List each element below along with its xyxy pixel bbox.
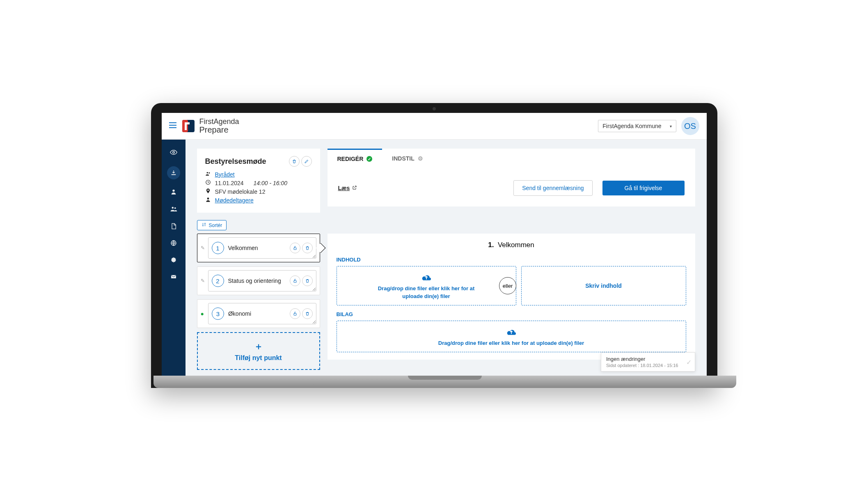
- sort-icon: [202, 222, 206, 228]
- meeting-card: Bestyrelsesmøde Byrådet 11.01.2024 14:00…: [197, 149, 320, 213]
- svg-point-4: [172, 207, 174, 209]
- svg-point-10: [208, 172, 210, 174]
- toast-subtitle: Sidst opdateret : 18.01.2024 - 15:16: [606, 363, 678, 368]
- toast-title: Ingen ændringer: [606, 356, 678, 362]
- add-item-button[interactable]: ＋ Tilføj nyt punkt: [197, 332, 320, 370]
- org-selected-label: FirstAgenda Kommune: [602, 123, 661, 129]
- write-content-button[interactable]: Skriv indhold: [521, 266, 686, 305]
- attachments-dropzone[interactable]: Drag/drop dine filer eller klik her for …: [337, 321, 686, 352]
- gear-icon: ⚙: [418, 156, 424, 161]
- user-icon: [205, 197, 211, 204]
- tabs-card: REDIGÉR✓ INDSTIL⚙ Læs Send til gennemlæs…: [328, 149, 695, 206]
- camera-dot: [433, 107, 436, 110]
- svg-rect-14: [294, 281, 296, 283]
- agenda-number: 2: [212, 275, 224, 287]
- hamburger-icon[interactable]: [169, 122, 176, 131]
- drag-handle-icon[interactable]: ✎: [201, 278, 205, 284]
- agenda-title: Økonomi: [228, 310, 251, 317]
- section-content-label: INDHOLD: [337, 257, 686, 263]
- edit-meeting-button[interactable]: [301, 156, 312, 167]
- check-circle-icon: ✓: [366, 156, 372, 162]
- delete-meeting-button[interactable]: [289, 156, 300, 167]
- send-review-button[interactable]: Send til gennemlæsning: [513, 180, 592, 196]
- unlock-button[interactable]: [290, 243, 300, 253]
- svg-point-2: [172, 151, 174, 154]
- user-avatar[interactable]: OS: [681, 117, 699, 135]
- agenda-item-2[interactable]: ✎ 2 Status og orientering: [197, 266, 320, 295]
- section-attachments-label: BILAG: [337, 311, 686, 317]
- sort-button[interactable]: Sortér: [197, 220, 227, 230]
- delete-item-button[interactable]: [302, 243, 313, 253]
- nav-download-icon[interactable]: [167, 166, 180, 179]
- svg-point-9: [206, 172, 208, 174]
- committee-link[interactable]: Byrådet: [215, 171, 235, 178]
- read-link[interactable]: Læs: [338, 185, 357, 191]
- unlock-button[interactable]: [290, 308, 300, 319]
- cloud-upload-icon: [344, 327, 678, 338]
- agenda-item-1[interactable]: ✎ 1 Velkommen: [197, 234, 320, 262]
- meeting-date: 11.01.2024: [215, 180, 244, 186]
- logo-mark-icon: [181, 119, 195, 133]
- tab-settings[interactable]: INDSTIL⚙: [382, 149, 433, 168]
- agenda-title: Status og orientering: [228, 278, 281, 285]
- content-dropzone[interactable]: Drag/drop dine filer eller klik her for …: [337, 266, 516, 305]
- svg-rect-8: [171, 275, 176, 278]
- agenda-list: ✎ 1 Velkommen: [197, 234, 320, 370]
- svg-point-5: [174, 207, 176, 209]
- drag-handle-icon[interactable]: ✎: [201, 245, 205, 251]
- nav-eye-icon[interactable]: [170, 149, 177, 157]
- svg-rect-15: [294, 314, 296, 316]
- nav-user-icon[interactable]: [170, 188, 177, 196]
- logo: FirstAgenda Prepare: [181, 118, 239, 134]
- plus-icon: ＋: [205, 340, 312, 353]
- nav-settings-icon[interactable]: [170, 257, 177, 264]
- agenda-item-3[interactable]: ● 3 Økonomi: [197, 299, 320, 328]
- clock-icon: [205, 179, 211, 186]
- cloud-upload-icon: [344, 272, 508, 284]
- meeting-title: Bestyrelsesmøde: [205, 157, 266, 166]
- go-release-button[interactable]: Gå til frigivelse: [602, 181, 685, 195]
- laptop-base: [153, 376, 736, 388]
- external-link-icon: [352, 185, 357, 191]
- agenda-title: Velkommen: [228, 245, 258, 252]
- users-icon: [205, 171, 211, 178]
- product-name-2: Prepare: [199, 126, 239, 134]
- nav-file-pdf-icon[interactable]: [170, 223, 177, 231]
- detail-number: 1.: [488, 241, 494, 249]
- nav-mail-icon[interactable]: [170, 273, 177, 281]
- svg-point-3: [172, 190, 174, 192]
- detail-panel: 1. Velkommen INDHOLD Drag/drop dine file…: [328, 234, 695, 360]
- delete-item-button[interactable]: [302, 308, 313, 319]
- org-selector[interactable]: FirstAgenda Kommune ▾: [598, 120, 676, 132]
- agenda-number: 3: [212, 307, 224, 320]
- participants-link[interactable]: Mødedeltagere: [215, 197, 254, 204]
- check-icon: ●: [201, 310, 204, 317]
- main-content: Bestyrelsesmøde Byrådet 11.01.2024 14:00…: [186, 140, 707, 376]
- side-nav: [162, 140, 186, 376]
- meeting-location: SFV mødelokale 12: [215, 188, 266, 195]
- unlock-button[interactable]: [290, 275, 300, 286]
- svg-point-12: [207, 197, 209, 200]
- avatar-initials: OS: [684, 122, 696, 131]
- nav-globe-icon[interactable]: [170, 240, 177, 248]
- nav-users-icon[interactable]: [170, 205, 177, 214]
- tab-edit[interactable]: REDIGÉR✓: [328, 149, 382, 168]
- or-divider: eller: [499, 277, 516, 294]
- save-status-toast: Ingen ændringer Sidst opdateret : 18.01.…: [601, 352, 695, 372]
- delete-item-button[interactable]: [302, 275, 313, 286]
- product-name-1: FirstAgenda: [199, 118, 239, 126]
- meeting-time: 14:00 - 16:00: [253, 180, 287, 186]
- chevron-down-icon: ▾: [670, 124, 672, 128]
- pin-icon: [205, 188, 211, 195]
- top-bar: FirstAgenda Prepare FirstAgenda Kommune …: [162, 113, 707, 140]
- check-icon: ✓: [686, 358, 692, 366]
- detail-title: Velkommen: [498, 241, 534, 249]
- svg-rect-13: [294, 248, 296, 250]
- agenda-number: 1: [212, 242, 224, 254]
